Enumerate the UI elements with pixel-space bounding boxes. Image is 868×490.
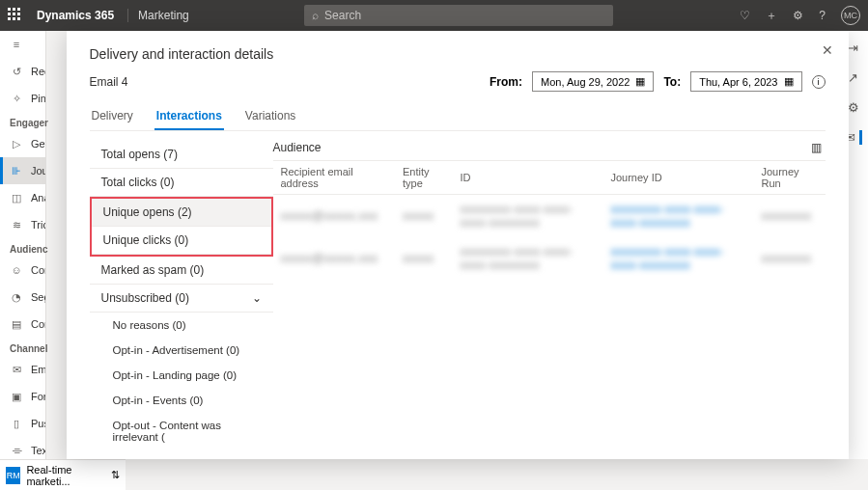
side-sub-optin-events[interactable]: Opt-in - Events (0) bbox=[90, 388, 273, 413]
to-label: To: bbox=[663, 75, 681, 89]
audience-table: Recipient email address Entity type ID J… bbox=[273, 160, 826, 280]
app-name: Real-time marketi... bbox=[26, 464, 105, 487]
table-row[interactable]: xxxxx@xxxxx.xxx xxxxx xxxxxxxx-xxxx-xxxx… bbox=[273, 195, 826, 238]
side-sub-optin-landing[interactable]: Opt-in - Landing page (0) bbox=[90, 363, 273, 388]
side-sub-optout-irrelevant[interactable]: Opt-out - Content was irrelevant ( bbox=[90, 413, 273, 449]
from-date-value: Mon, Aug 29, 2022 bbox=[541, 76, 630, 88]
side-sub-optin-ad[interactable]: Opt-in - Advertisement (0) bbox=[90, 338, 273, 363]
interaction-side-list: Total opens (7) Total clicks (0) Unique … bbox=[90, 141, 273, 451]
lightbulb-icon[interactable]: ♡ bbox=[740, 9, 750, 22]
side-total-clicks[interactable]: Total clicks (0) bbox=[90, 169, 273, 197]
nav-analytics[interactable]: ◫Ana bbox=[0, 184, 45, 211]
email-name: Email 4 bbox=[90, 75, 128, 89]
col-journey-run[interactable]: Journey Run bbox=[753, 161, 825, 195]
user-avatar[interactable]: MC bbox=[841, 6, 860, 25]
divider bbox=[127, 9, 128, 22]
close-button[interactable]: ✕ bbox=[822, 42, 833, 58]
calendar-icon: ▦ bbox=[784, 75, 794, 88]
nav-get-started[interactable]: ▷Get bbox=[0, 130, 45, 157]
help-icon[interactable]: ? bbox=[819, 9, 826, 22]
edit-columns-icon[interactable]: ▥ bbox=[811, 141, 822, 154]
app-switcher[interactable]: RM Real-time marketi... ⇅ bbox=[0, 459, 126, 490]
info-icon[interactable]: i bbox=[812, 75, 826, 89]
col-id[interactable]: ID bbox=[453, 161, 603, 195]
side-sub-no-reasons[interactable]: No reasons (0) bbox=[90, 313, 273, 338]
col-entity-type[interactable]: Entity type bbox=[395, 161, 452, 195]
module-label[interactable]: Marketing bbox=[138, 9, 189, 22]
to-date-picker[interactable]: Thu, Apr 6, 2023 ▦ bbox=[690, 71, 801, 92]
tab-delivery[interactable]: Delivery bbox=[90, 103, 135, 130]
nav-pinned[interactable]: ✧Pin bbox=[0, 85, 45, 112]
side-sub-optout-frequent[interactable]: Opt-out - Received too frequently bbox=[90, 449, 273, 451]
grid-title: Audience bbox=[273, 141, 322, 154]
nav-journeys[interactable]: ⊪Jou bbox=[0, 157, 45, 184]
tab-interactions[interactable]: Interactions bbox=[154, 103, 224, 130]
modal-backdrop: ✕ Delivery and interaction details Email… bbox=[46, 31, 868, 459]
nav-group-audience: Audienc bbox=[0, 238, 45, 257]
audience-grid: Audience ▥ Recipient email address Entit… bbox=[273, 141, 826, 451]
search-placeholder: Search bbox=[324, 9, 361, 22]
side-unique-clicks[interactable]: Unique clicks (0) bbox=[92, 227, 271, 255]
side-spam[interactable]: Marked as spam (0) bbox=[90, 257, 273, 285]
nav-recent[interactable]: ↺Rec bbox=[0, 58, 45, 85]
col-recipient[interactable]: Recipient email address bbox=[273, 161, 396, 195]
side-unsubscribed[interactable]: Unsubscribed (0) ⌄ bbox=[90, 285, 273, 313]
nav-group-engagement: Engager bbox=[0, 112, 45, 130]
side-total-opens[interactable]: Total opens (7) bbox=[90, 141, 273, 169]
left-nav: ≡ ↺Rec ✧Pin Engager ▷Get ⊪Jou ◫Ana ≋Tric… bbox=[0, 31, 46, 490]
delivery-interaction-modal: ✕ Delivery and interaction details Email… bbox=[67, 31, 849, 459]
gear-icon[interactable]: ⚙ bbox=[793, 9, 803, 22]
brand-label: Dynamics 365 bbox=[37, 9, 114, 22]
nav-hamburger[interactable]: ≡ bbox=[0, 31, 45, 58]
from-label: From: bbox=[490, 75, 522, 89]
app-bar: Dynamics 365 Marketing ⌕ Search ♡ ＋ ⚙ ? … bbox=[0, 0, 868, 31]
app-icon: RM bbox=[6, 467, 20, 484]
tab-variations[interactable]: Variations bbox=[243, 103, 297, 130]
nav-forms[interactable]: ▣For bbox=[0, 383, 45, 410]
chevron-updown-icon: ⇅ bbox=[111, 469, 120, 481]
nav-contacts[interactable]: ☺Con bbox=[0, 257, 45, 284]
nav-group-channels: Channel bbox=[0, 338, 45, 356]
side-unsub-label: Unsubscribed (0) bbox=[101, 291, 189, 305]
modal-title: Delivery and interaction details bbox=[90, 46, 826, 62]
nav-consent[interactable]: ▤Con bbox=[0, 311, 45, 338]
waffle-icon[interactable] bbox=[8, 8, 23, 23]
modal-tabs: Delivery Interactions Variations bbox=[90, 103, 826, 131]
nav-segments[interactable]: ◔Seg bbox=[0, 284, 45, 311]
side-unique-opens[interactable]: Unique opens (2) bbox=[92, 199, 271, 227]
nav-push[interactable]: ▯Pus bbox=[0, 410, 45, 437]
chevron-down-icon: ⌄ bbox=[252, 291, 262, 305]
from-date-picker[interactable]: Mon, Aug 29, 2022 ▦ bbox=[532, 71, 654, 92]
calendar-icon: ▦ bbox=[635, 75, 645, 88]
col-journey-id[interactable]: Journey ID bbox=[602, 161, 753, 195]
plus-icon[interactable]: ＋ bbox=[766, 8, 777, 24]
table-row[interactable]: xxxxx@xxxxx.xxx xxxxx xxxxxxxx-xxxx-xxxx… bbox=[273, 237, 826, 280]
to-date-value: Thu, Apr 6, 2023 bbox=[699, 76, 777, 88]
nav-emails[interactable]: ✉Em bbox=[0, 356, 45, 383]
search-icon: ⌕ bbox=[312, 9, 319, 22]
nav-triggers[interactable]: ≋Tric bbox=[0, 211, 45, 238]
search-input[interactable]: ⌕ Search bbox=[304, 5, 613, 26]
